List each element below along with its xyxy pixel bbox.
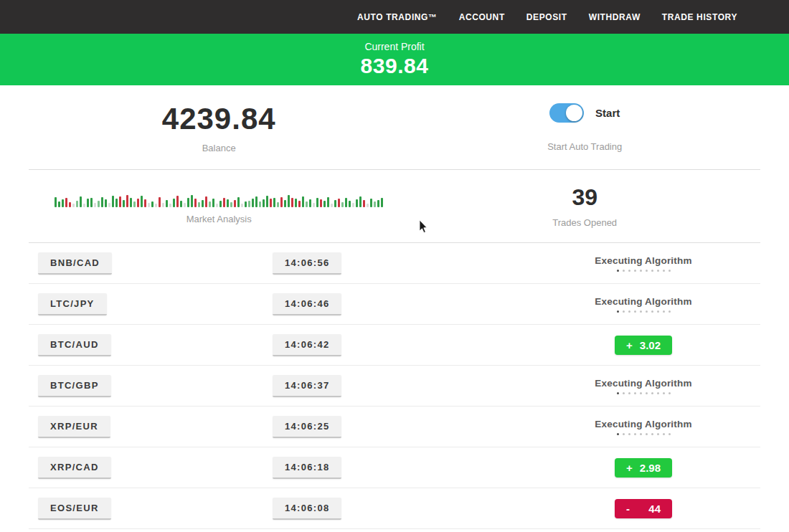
pair-chip: XRP/CAD	[38, 457, 111, 479]
table-row: XRP/CAD 14:06:18 +2.98	[29, 447, 760, 488]
auto-trading-block: Start Start Auto Trading	[409, 85, 760, 169]
pair-chip: LTC/JPY	[38, 293, 107, 315]
current-profit-label: Current Profit	[364, 41, 424, 52]
status-cell: Executing Algorithm	[488, 419, 760, 435]
balance-block: 4239.84 Balance	[29, 85, 409, 169]
table-row: BNB/CAD 14:06:56 Executing Algorithm	[29, 243, 760, 284]
time-chip: 14:06:42	[273, 334, 341, 356]
table-row: BTC/AUD 14:06:42 +3.02	[29, 325, 760, 366]
trades-opened-block: 39 Trades Opened	[409, 170, 760, 242]
profit-badge: +3.02	[615, 336, 672, 355]
time-chip: 14:06:37	[273, 375, 341, 397]
executing-algorithm-label: Executing Algorithm	[595, 255, 691, 266]
time-chip: 14:06:56	[273, 252, 341, 275]
status-cell: -44	[488, 499, 760, 518]
time-chip: 14:06:46	[273, 293, 341, 315]
stats-row-balance: 4239.84 Balance Start Start Auto Trading	[29, 85, 760, 170]
nav-item-trade-history[interactable]: TRADE HISTORY	[662, 12, 737, 22]
table-row: EOS/EUR 14:06:08 -44	[29, 488, 760, 529]
status-cell: Executing Algorithm	[488, 378, 760, 394]
nav-item-account[interactable]: ACCOUNT	[459, 12, 505, 22]
toggle-label: Start	[595, 107, 620, 119]
main-content: 4239.84 Balance Start Start Auto Trading…	[0, 85, 789, 529]
progress-dots	[617, 433, 671, 435]
time-chip: 14:06:18	[273, 457, 341, 479]
stats-row-market: Market Analysis 39 Trades Opened	[29, 170, 760, 243]
nav-item-auto-trading[interactable]: AUTO TRADING™	[357, 12, 438, 22]
status-cell: Executing Algorithm	[488, 255, 760, 272]
current-profit-value: 839.84	[361, 54, 429, 78]
executing-algorithm-label: Executing Algorithm	[595, 378, 691, 389]
trades-opened-label: Trades Opened	[552, 217, 617, 228]
time-chip: 14:06:25	[273, 416, 341, 438]
balance-value: 4239.84	[162, 102, 276, 136]
time-chip: 14:06:08	[273, 498, 341, 520]
trades-table: BNB/CAD 14:06:56 Executing Algorithm LTC…	[29, 243, 760, 529]
table-row: XRP/EUR 14:06:25 Executing Algorithm	[29, 407, 760, 447]
progress-dots	[617, 392, 671, 394]
table-row: BTC/GBP 14:06:37 Executing Algorithm	[29, 366, 760, 407]
nav-item-deposit[interactable]: DEPOSIT	[526, 12, 567, 22]
pair-chip: EOS/EUR	[38, 498, 111, 520]
pair-chip: BTC/AUD	[38, 334, 111, 356]
status-cell: +2.98	[488, 458, 760, 478]
market-analysis-block: Market Analysis	[29, 170, 409, 242]
progress-dots	[617, 270, 671, 272]
executing-algorithm-label: Executing Algorithm	[595, 419, 691, 429]
loss-badge: -44	[615, 499, 672, 518]
table-row: LTC/JPY 14:06:46 Executing Algorithm	[29, 284, 760, 325]
executing-algorithm-label: Executing Algorithm	[595, 296, 691, 307]
progress-dots	[617, 310, 671, 313]
market-analysis-chart	[55, 189, 383, 207]
status-cell: Executing Algorithm	[488, 296, 760, 313]
top-navbar: AUTO TRADING™ ACCOUNT DEPOSIT WITHDRAW T…	[0, 0, 789, 34]
nav-item-withdraw[interactable]: WITHDRAW	[589, 12, 641, 22]
toggle-knob	[566, 105, 582, 121]
auto-trading-toggle[interactable]	[549, 103, 584, 123]
auto-trading-label: Start Auto Trading	[547, 141, 622, 152]
profit-badge: +2.98	[615, 458, 672, 478]
pair-chip: XRP/EUR	[38, 416, 110, 438]
pair-chip: BNB/CAD	[38, 252, 112, 275]
status-cell: +3.02	[488, 336, 760, 355]
pair-chip: BTC/GBP	[38, 375, 111, 397]
trades-opened-value: 39	[572, 184, 597, 211]
balance-label: Balance	[202, 143, 236, 153]
current-profit-banner: Current Profit 839.84	[0, 34, 789, 85]
market-analysis-label: Market Analysis	[186, 214, 252, 224]
